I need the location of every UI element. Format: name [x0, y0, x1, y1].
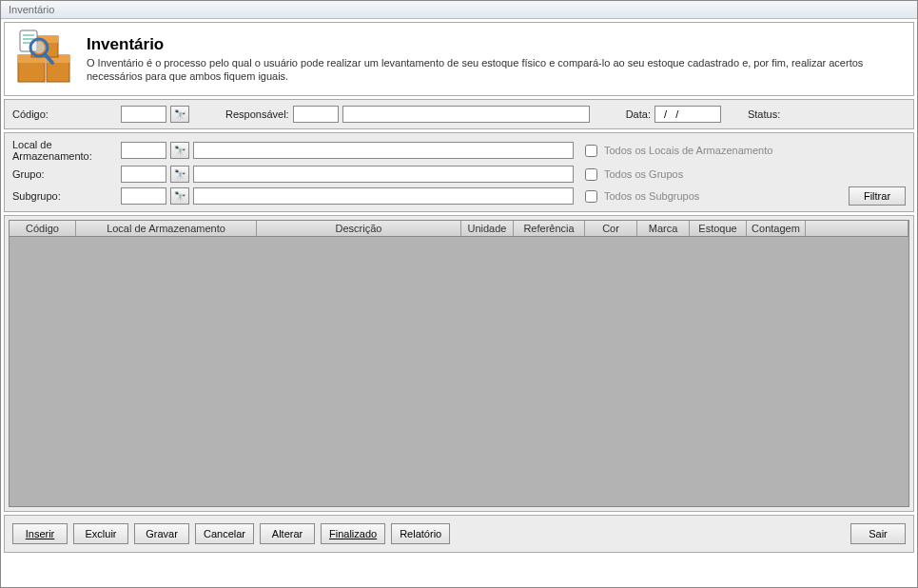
subgrupo-label: Subgrupo: — [12, 190, 117, 202]
page-title: Inventário — [87, 35, 904, 54]
local-code-input[interactable] — [121, 142, 166, 159]
subgrupo-name-input[interactable] — [193, 187, 574, 205]
grupo-label: Grupo: — [12, 168, 117, 180]
binoculars-icon: 🔭 — [174, 191, 186, 202]
filter-panel-top: Código: 🔭 Responsável: Data: Status: — [4, 99, 914, 129]
subgrupo-all-label: Todos os Subgrupos — [604, 190, 699, 202]
bottom-action-bar: Inserir Excluir Gravar Cancelar Alterar … — [4, 515, 914, 553]
gravar-button[interactable]: Gravar — [134, 523, 189, 544]
codigo-label: Código: — [12, 108, 117, 120]
column-header[interactable]: Local de Armazenamento — [76, 221, 257, 236]
inserir-button[interactable]: Inserir — [12, 523, 68, 544]
local-label: Local de Armazenamento: — [12, 139, 117, 162]
column-header[interactable]: Cor — [585, 221, 637, 236]
column-header[interactable]: Referência — [514, 221, 585, 236]
grupo-name-input[interactable] — [193, 166, 574, 183]
subgrupo-all-checkbox[interactable] — [585, 190, 597, 203]
header-panel: Inventário O Inventário é o processo pel… — [4, 22, 914, 96]
status-label: Status: — [748, 108, 780, 120]
responsavel-name-input[interactable] — [342, 106, 590, 123]
local-all-checkbox[interactable] — [585, 145, 597, 157]
inventory-window: Inventário Inventário O Inventário — [0, 0, 918, 588]
grupo-search-button[interactable]: 🔭 — [170, 166, 189, 183]
column-header[interactable]: Estoque — [690, 221, 747, 236]
grid-header-row: CódigoLocal de ArmazenamentoDescriçãoUni… — [10, 221, 908, 237]
grupo-all-checkbox[interactable] — [585, 168, 597, 181]
binoculars-icon: 🔭 — [174, 169, 186, 180]
relatorio-button[interactable]: Relatório — [391, 523, 450, 544]
data-input[interactable] — [654, 106, 721, 123]
inventory-icon — [14, 29, 75, 89]
data-label: Data: — [626, 108, 651, 120]
local-search-button[interactable]: 🔭 — [170, 142, 189, 159]
codigo-search-button[interactable]: 🔭 — [170, 106, 189, 123]
column-header[interactable]: Unidade — [461, 221, 514, 236]
sair-button[interactable]: Sair — [850, 523, 906, 544]
subgrupo-search-button[interactable]: 🔭 — [170, 187, 189, 205]
responsavel-label: Responsável: — [225, 108, 289, 120]
grid-panel: CódigoLocal de ArmazenamentoDescriçãoUni… — [4, 215, 914, 512]
local-all-label: Todos os Locais de Armazenamento — [604, 145, 772, 156]
cancelar-button[interactable]: Cancelar — [195, 523, 254, 544]
column-header[interactable]: Descrição — [257, 221, 461, 236]
inventory-grid[interactable]: CódigoLocal de ArmazenamentoDescriçãoUni… — [9, 220, 909, 507]
window-titlebar: Inventário — [1, 1, 917, 19]
window-title: Inventário — [9, 4, 54, 15]
page-description: O Inventário é o processo pelo qual o us… — [87, 56, 904, 84]
local-name-input[interactable] — [193, 142, 574, 159]
filter-panel-main: Local de Armazenamento: 🔭 Todos os Locai… — [4, 132, 914, 212]
svg-point-11 — [33, 42, 45, 53]
excluir-button[interactable]: Excluir — [73, 523, 128, 544]
finalizado-button[interactable]: Finalizado — [321, 523, 385, 544]
grupo-all-label: Todos os Grupos — [604, 168, 683, 180]
column-header[interactable]: Contagem — [747, 221, 806, 236]
codigo-input[interactable] — [121, 106, 166, 123]
column-header-spacer — [806, 221, 908, 236]
grupo-code-input[interactable] — [121, 166, 166, 183]
subgrupo-code-input[interactable] — [121, 187, 166, 205]
responsavel-code-input[interactable] — [293, 106, 339, 123]
alterar-button[interactable]: Alterar — [260, 523, 315, 544]
filtrar-button[interactable]: Filtrar — [849, 186, 906, 206]
binoculars-icon: 🔭 — [174, 109, 186, 120]
column-header[interactable]: Código — [10, 221, 76, 236]
binoculars-icon: 🔭 — [174, 146, 186, 156]
column-header[interactable]: Marca — [637, 221, 690, 236]
